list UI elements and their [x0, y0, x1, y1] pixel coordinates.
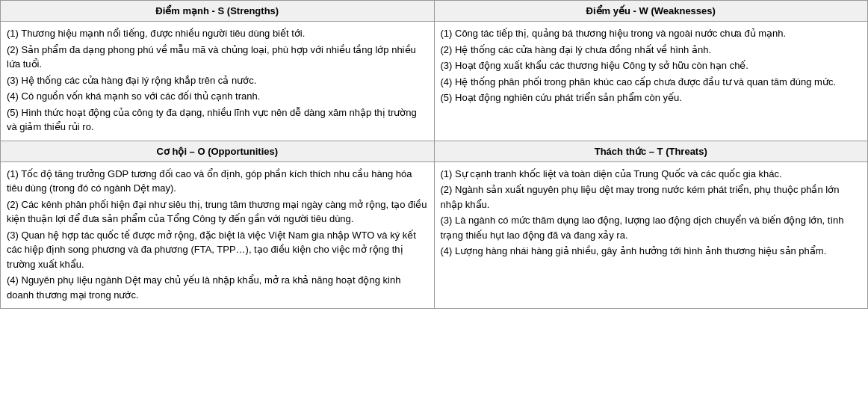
swot-matrix: Điểm mạnh - S (Strengths) Điểm yếu - W (…: [0, 0, 868, 309]
strengths-item-1: (1) Thương hiệu mạnh nổi tiếng, được nhi…: [7, 26, 428, 41]
strengths-item-4: (4) Có nguồn vốn khá mạnh so với các đối…: [7, 89, 428, 104]
weaknesses-cell: (1) Công tác tiếp thị, quảng bá thương h…: [434, 22, 868, 141]
weaknesses-item-1: (1) Công tác tiếp thị, quảng bá thương h…: [441, 26, 862, 41]
threats-item-3: (3) Là ngành có mức thâm dụng lao động, …: [441, 213, 862, 242]
strengths-item-2: (2) Sản phẩm đa dạng phong phú về mẫu mã…: [7, 43, 428, 72]
weaknesses-content: (1) Công tác tiếp thị, quảng bá thương h…: [441, 26, 862, 105]
threats-item-2: (2) Ngành sản xuất nguyên phụ liệu dệt m…: [441, 182, 862, 212]
threats-item-4: (4) Lượng hàng nhái hàng giả nhiều, gây …: [441, 244, 862, 259]
strengths-item-5: (5) Hình thức hoạt động của công ty đa d…: [7, 105, 428, 135]
weaknesses-item-3: (3) Hoạt động xuất khẩu các thương hiệu …: [441, 58, 862, 73]
threats-item-1: (1) Sự cạnh tranh khốc liệt và toàn diện…: [441, 167, 862, 182]
threats-header: Thách thức – T (Threats): [434, 141, 868, 161]
weaknesses-item-4: (4) Hệ thống phân phối trong phân khúc c…: [441, 75, 862, 90]
weaknesses-item-5: (5) Hoạt động nghiên cứu phát triển sản …: [441, 90, 862, 105]
opportunities-item-4: (4) Nguyên phụ liệu ngành Dệt may chủ yế…: [7, 273, 428, 302]
opportunities-item-2: (2) Các kênh phân phối hiện đại như siêu…: [7, 197, 428, 227]
opportunities-item-3: (3) Quan hệ hợp tác quốc tế được mở rộng…: [7, 228, 428, 272]
strengths-item-3: (3) Hệ thống các cửa hàng đại lý rộng kh…: [7, 73, 428, 88]
strengths-header: Điểm mạnh - S (Strengths): [1, 1, 435, 22]
opportunities-content: (1) Tốc độ tăng trưởng GDP tương đối cao…: [7, 167, 428, 303]
strengths-content: (1) Thương hiệu mạnh nổi tiếng, được nhi…: [7, 26, 428, 135]
opportunities-cell: (1) Tốc độ tăng trưởng GDP tương đối cao…: [1, 161, 435, 309]
weaknesses-item-2: (2) Hệ thống các cửa hàng đại lý chưa đồ…: [441, 43, 862, 58]
threats-cell: (1) Sự cạnh tranh khốc liệt và toàn diện…: [434, 161, 868, 309]
opportunities-item-1: (1) Tốc độ tăng trưởng GDP tương đối cao…: [7, 167, 428, 196]
weaknesses-header: Điểm yếu - W (Weaknesses): [434, 1, 868, 22]
threats-content: (1) Sự cạnh tranh khốc liệt và toàn diện…: [441, 167, 862, 259]
opportunities-header: Cơ hội – O (Opportunities): [1, 141, 435, 161]
strengths-cell: (1) Thương hiệu mạnh nổi tiếng, được nhi…: [1, 22, 435, 141]
